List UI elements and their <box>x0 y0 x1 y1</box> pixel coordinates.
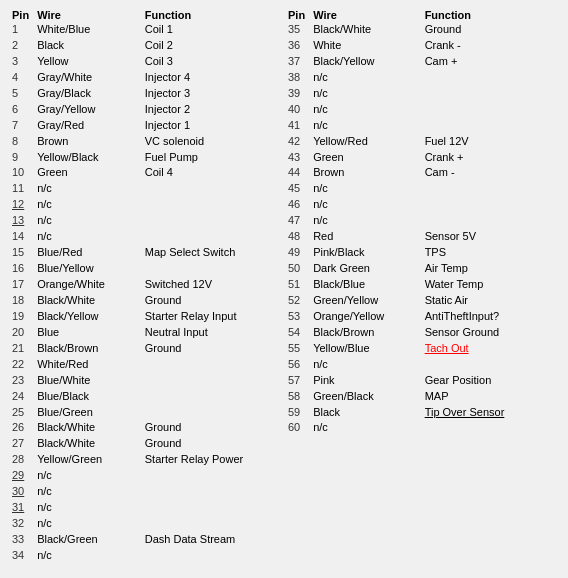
table-row: 30n/c <box>8 484 284 500</box>
cell-wire: Yellow <box>33 54 141 70</box>
cell-pin: 27 <box>8 436 33 452</box>
cell-pin: 56 <box>284 357 309 373</box>
table-row: 36WhiteCrank - <box>284 38 560 54</box>
table-row: 21Black/BrownGround <box>8 341 284 357</box>
table-row: 48RedSensor 5V <box>284 229 560 245</box>
table-row: 39n/c <box>284 86 560 102</box>
cell-pin: 17 <box>8 277 33 293</box>
cell-wire: White/Red <box>33 357 141 373</box>
cell-wire: Green/Black <box>309 389 421 405</box>
table-row: 58Green/BlackMAP <box>284 389 560 405</box>
cell-function <box>421 181 560 197</box>
table-row: 27Black/WhiteGround <box>8 436 284 452</box>
cell-wire: White/Blue <box>33 22 141 38</box>
cell-function <box>141 500 284 516</box>
cell-function: Injector 1 <box>141 118 284 134</box>
cell-function <box>141 468 284 484</box>
table-row: 40n/c <box>284 102 560 118</box>
cell-wire: n/c <box>309 420 421 436</box>
cell-pin: 7 <box>8 118 33 134</box>
table-row: 31n/c <box>8 500 284 516</box>
cell-pin: 24 <box>8 389 33 405</box>
cell-function <box>421 420 560 436</box>
cell-function <box>141 213 284 229</box>
right-table: Pin Wire Function 35Black/WhiteGround36W… <box>284 8 560 436</box>
cell-pin: 2 <box>8 38 33 54</box>
cell-pin: 1 <box>8 22 33 38</box>
table-row: 16Blue/Yellow <box>8 261 284 277</box>
cell-function <box>141 516 284 532</box>
cell-pin: 29 <box>8 468 33 484</box>
cell-function: TPS <box>421 245 560 261</box>
cell-wire: Green <box>309 150 421 166</box>
cell-wire: Dark Green <box>309 261 421 277</box>
cell-function <box>141 389 284 405</box>
cell-pin: 32 <box>8 516 33 532</box>
cell-function: Dash Data Stream <box>141 532 284 548</box>
table-row: 50Dark GreenAir Temp <box>284 261 560 277</box>
cell-wire: Black/Yellow <box>309 54 421 70</box>
cell-function: Ground <box>141 420 284 436</box>
cell-wire: Pink <box>309 373 421 389</box>
cell-pin: 42 <box>284 134 309 150</box>
cell-wire: Black/Brown <box>309 325 421 341</box>
cell-pin: 40 <box>284 102 309 118</box>
table-row: 10GreenCoil 4 <box>8 165 284 181</box>
cell-wire: n/c <box>309 197 421 213</box>
cell-wire: Blue/Green <box>33 405 141 421</box>
cell-wire: Gray/Yellow <box>33 102 141 118</box>
table-row: 60n/c <box>284 420 560 436</box>
cell-function: Coil 3 <box>141 54 284 70</box>
cell-pin: 25 <box>8 405 33 421</box>
cell-pin: 55 <box>284 341 309 357</box>
table-row: 35Black/WhiteGround <box>284 22 560 38</box>
cell-wire: Yellow/Green <box>33 452 141 468</box>
cell-wire: Black/White <box>309 22 421 38</box>
cell-wire: n/c <box>309 102 421 118</box>
cell-pin: 51 <box>284 277 309 293</box>
cell-wire: n/c <box>309 86 421 102</box>
cell-function <box>421 357 560 373</box>
cell-pin: 15 <box>8 245 33 261</box>
cell-function: Injector 3 <box>141 86 284 102</box>
table-row: 20BlueNeutral Input <box>8 325 284 341</box>
cell-pin: 23 <box>8 373 33 389</box>
cell-pin: 37 <box>284 54 309 70</box>
cell-wire: n/c <box>33 229 141 245</box>
cell-pin: 41 <box>284 118 309 134</box>
table-row: 43GreenCrank + <box>284 150 560 166</box>
cell-function: Injector 2 <box>141 102 284 118</box>
cell-pin: 31 <box>8 500 33 516</box>
table-row: 23Blue/White <box>8 373 284 389</box>
table-row: 18Black/WhiteGround <box>8 293 284 309</box>
cell-pin: 60 <box>284 420 309 436</box>
cell-wire: Yellow/Red <box>309 134 421 150</box>
cell-function: Water Temp <box>421 277 560 293</box>
table-row: 4Gray/WhiteInjector 4 <box>8 70 284 86</box>
cell-wire: Black/Brown <box>33 341 141 357</box>
cell-wire: n/c <box>33 468 141 484</box>
cell-wire: Blue/Black <box>33 389 141 405</box>
table-row: 44BrownCam - <box>284 165 560 181</box>
cell-pin: 20 <box>8 325 33 341</box>
table-row: 24Blue/Black <box>8 389 284 405</box>
cell-wire: n/c <box>309 118 421 134</box>
cell-pin: 57 <box>284 373 309 389</box>
cell-wire: Blue/Red <box>33 245 141 261</box>
cell-wire: Green <box>33 165 141 181</box>
cell-function: Fuel 12V <box>421 134 560 150</box>
table-row: 17Orange/WhiteSwitched 12V <box>8 277 284 293</box>
table-row: 34n/c <box>8 548 284 564</box>
cell-pin: 35 <box>284 22 309 38</box>
right-header-function: Function <box>421 8 560 22</box>
table-row: 53Orange/YellowAntiTheftInput? <box>284 309 560 325</box>
left-header-function: Function <box>141 8 284 22</box>
cell-wire: Yellow/Blue <box>309 341 421 357</box>
cell-function: VC solenoid <box>141 134 284 150</box>
cell-wire: Gray/Red <box>33 118 141 134</box>
cell-function: Crank - <box>421 38 560 54</box>
cell-function <box>141 357 284 373</box>
cell-pin: 16 <box>8 261 33 277</box>
table-row: 3YellowCoil 3 <box>8 54 284 70</box>
cell-function: Tip Over Sensor <box>421 405 560 421</box>
